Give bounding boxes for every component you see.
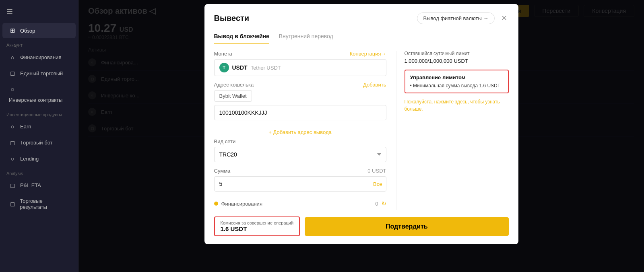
amount-label-row: Сумма 0 USDT: [214, 168, 386, 174]
network-select[interactable]: TRC20: [214, 147, 386, 162]
sidebar-item-trading-bot-label: Торговый бот: [20, 140, 53, 146]
sidebar-section-invest: Инвестиционные продукты: [0, 108, 78, 119]
tab-internal[interactable]: Внутренний перевод: [279, 29, 333, 44]
modal-header: Вывести Вывод фиатной валюты → ✕: [204, 4, 518, 24]
overview-icon: ⊞: [9, 27, 16, 34]
modal-right-panel: Оставшийся суточный лимит 1,000,000/1,00…: [396, 51, 509, 210]
address-label: Адрес кошелька: [214, 82, 254, 88]
bybit-wallet-button[interactable]: Bybit Wallet: [214, 90, 252, 102]
coin-label: Монета: [214, 51, 232, 57]
modal-close-button[interactable]: ✕: [500, 12, 509, 24]
hamburger-icon[interactable]: ☰: [0, 4, 78, 19]
sidebar: ☰ ⊞ Обзор Аккаунт ○ Финансирования ◻ Еди…: [0, 0, 78, 272]
modal-form: Монета Конвертация→ T USDT Tether USDT А…: [214, 51, 396, 210]
amount-input-wrap: Все: [214, 176, 386, 192]
sidebar-item-trade-results[interactable]: ◻ Торговые результаты: [2, 194, 76, 214]
address-input[interactable]: [214, 105, 386, 120]
limit-box-item: • Минимальная сумма вывода 1.6 USDT: [410, 83, 503, 89]
modal-body: Монета Конвертация→ T USDT Tether USDT А…: [204, 44, 518, 216]
source-row: Финансирования 0 ↻: [214, 197, 386, 210]
trading-bot-icon: ◻: [9, 139, 16, 146]
sidebar-item-inverse-label: Инверсные контракты: [9, 97, 62, 104]
source-name: Финансирования: [221, 201, 372, 207]
sidebar-item-earn[interactable]: ○ Earn: [2, 119, 76, 134]
financing-icon: ○: [9, 54, 16, 61]
sidebar-section-account: Аккаунт: [0, 39, 78, 49]
amount-label: Сумма: [214, 168, 231, 174]
sidebar-item-lending-label: Lending: [20, 156, 39, 162]
trade-results-icon: ◻: [9, 200, 16, 208]
fee-box: Комиссия за совершение операций 1.6 USDT: [214, 216, 300, 236]
main-content: Обзор активов ◁ Вывести Перевести Конвер…: [78, 0, 644, 272]
sidebar-item-overview[interactable]: ⊞ Обзор: [2, 23, 76, 38]
sidebar-item-unified-label: Единый торговый: [20, 70, 63, 76]
limit-label: Оставшийся суточный лимит: [405, 51, 509, 56]
source-dot: [214, 202, 218, 206]
amount-all-button[interactable]: Все: [373, 181, 382, 187]
pnl-icon: ◻: [9, 182, 16, 189]
add-address-link[interactable]: Добавить: [363, 82, 386, 88]
address-row: Адрес кошелька Добавить Bybit Wallet: [214, 82, 386, 120]
modal-title: Вывести: [214, 14, 250, 23]
refresh-icon[interactable]: ↻: [382, 200, 386, 207]
limit-value: 1,000,000/1,000,000 USDT: [405, 58, 509, 64]
sidebar-section-analysis: Analysis: [0, 167, 78, 177]
modal-overlay: Вывести Вывод фиатной валюты → ✕ Вывод в…: [78, 0, 644, 272]
sidebar-item-lending[interactable]: ○ Lending: [2, 151, 76, 167]
sidebar-item-trading-bot[interactable]: ◻ Торговый бот: [2, 135, 76, 150]
sidebar-item-trade-results-label: Торговые результаты: [20, 198, 69, 210]
network-label: Вид сети: [214, 138, 236, 144]
sidebar-item-inverse[interactable]: ○ Инверсные контракты: [2, 82, 76, 108]
fiat-withdraw-button[interactable]: Вывод фиатной валюты →: [417, 12, 494, 24]
sidebar-item-pnl[interactable]: ◻ P&L ETA: [2, 178, 76, 193]
address-label-row: Адрес кошелька Добавить: [214, 82, 386, 88]
coin-selector[interactable]: T USDT Tether USDT: [214, 59, 386, 76]
sidebar-item-pnl-label: P&L ETA: [20, 182, 41, 188]
amount-input[interactable]: [214, 176, 386, 192]
add-address-button[interactable]: + Добавить адрес вывода: [214, 126, 386, 138]
fee-label: Комиссия за совершение операций: [221, 220, 294, 225]
inverse-icon: ○: [9, 86, 16, 93]
coin-row: Монета Конвертация→ T USDT Tether USDT: [214, 51, 386, 76]
sidebar-item-financing-label: Финансирования: [20, 54, 61, 60]
amount-row: Сумма 0 USDT Все: [214, 168, 386, 192]
info-link[interactable]: Пожалуйста, нажмите здесь, чтобы узнать …: [405, 98, 509, 113]
fee-amount: 1.6 USDT: [221, 225, 294, 232]
source-amount: 0: [375, 201, 378, 207]
coin-full-name: Tether USDT: [251, 65, 281, 71]
coin-symbol: USDT: [232, 64, 248, 71]
coin-label-row: Монета Конвертация→: [214, 51, 386, 57]
network-label-row: Вид сети: [214, 138, 386, 144]
convert-link[interactable]: Конвертация→: [350, 51, 386, 57]
amount-balance: 0 USDT: [367, 168, 386, 174]
modal-header-right: Вывод фиатной валюты → ✕: [417, 12, 508, 24]
sidebar-item-overview-label: Обзор: [20, 28, 35, 34]
lending-icon: ○: [9, 155, 16, 163]
earn-icon: ○: [9, 123, 16, 130]
modal-tabs: Вывод в блокчейне Внутренний перевод: [204, 29, 518, 44]
network-row: Вид сети TRC20: [214, 138, 386, 162]
sidebar-item-earn-label: Earn: [20, 124, 31, 130]
limit-management-box: Управление лимитом • Минимальная сумма в…: [405, 70, 509, 93]
limit-box-title: Управление лимитом: [410, 74, 503, 80]
tab-blockchain[interactable]: Вывод в блокчейне: [214, 29, 269, 44]
sidebar-item-financing[interactable]: ○ Финансирования: [2, 49, 76, 65]
usdt-icon: T: [219, 63, 229, 72]
unified-icon: ◻: [9, 70, 16, 77]
confirm-button[interactable]: Подтвердить: [305, 217, 508, 236]
modal-footer: Комиссия за совершение операций 1.6 USDT…: [204, 216, 518, 244]
withdraw-modal: Вывести Вывод фиатной валюты → ✕ Вывод в…: [204, 4, 518, 244]
sidebar-item-unified[interactable]: ◻ Единый торговый: [2, 66, 76, 81]
